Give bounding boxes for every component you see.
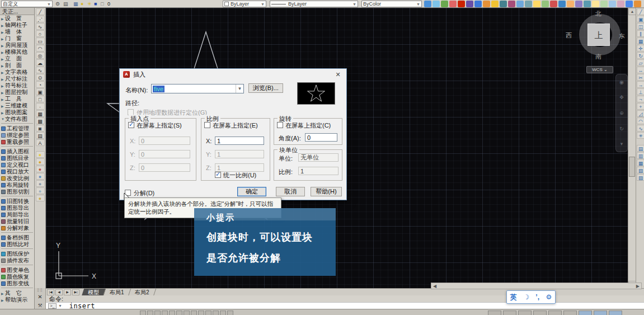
plot-icon[interactable]: ▤ [63,1,68,7]
table-icon[interactable]: ▤ [36,132,45,139]
layer-swatch-icon[interactable]: ■ [94,1,97,7]
viewcube-north-label[interactable]: 北 [595,10,601,18]
orbit-icon[interactable]: ↻ [619,126,624,131]
status-toggle[interactable] [533,311,547,315]
sidebar-item[interactable]: 图形切割 [0,189,34,195]
toolbar-icon[interactable] [617,1,624,7]
polygon-icon[interactable]: ○ [36,30,45,37]
sidebar-item[interactable]: 图变单色 [0,267,34,274]
sidebar-item[interactable]: 备档拆图 [0,234,34,241]
status-toggle[interactable] [518,311,532,315]
stretch-icon[interactable]: ↔ [637,67,644,73]
toolbar-icon[interactable] [483,1,490,7]
sidebar-item[interactable]: ▶轴网柱子 [0,22,34,29]
sidebar-item[interactable]: 重载参照 [0,139,34,145]
ellipse-icon[interactable]: ⊙ [36,74,45,81]
toolbar-icon[interactable] [516,1,524,7]
sidebar-item[interactable]: 图纸比对 [0,241,34,248]
circle-icon[interactable]: ◎ [36,52,45,59]
join-icon[interactable]: + [637,103,644,110]
chamfer-icon[interactable]: ◿ [637,110,644,117]
layer-properties-icon[interactable]: ▦ [73,1,78,7]
close-command-icon[interactable]: ✕ [37,294,42,300]
break-at-point-icon[interactable]: ⊥ [637,88,644,95]
extend-icon[interactable]: → [637,81,644,88]
toolbar-icon[interactable] [558,1,566,7]
status-icon[interactable] [227,311,233,315]
navigation-bar[interactable]: ◉ ✥ ⊕ ↻ ▾ [615,74,628,152]
linetype-dropdown[interactable]: ByLayer▼ [270,1,358,7]
toolbar-icon[interactable] [634,1,641,7]
command-panel-grip[interactable]: ⣿⣿ ✕ ⚒ [35,288,46,309]
construction-line-icon[interactable]: ⋰ [36,16,45,22]
sidebar-item[interactable]: 绑定参照 [0,132,34,139]
sidebar-title[interactable]: 天正... [0,8,34,15]
region-icon[interactable]: ◙ [36,125,45,131]
sidebar-item[interactable]: ▶设 置 [0,15,34,22]
gear-icon[interactable]: ⚙ [55,1,60,7]
hatch-icon[interactable]: ▦ [36,110,45,117]
next-tab-icon[interactable]: ▶ [64,289,71,295]
moon-icon[interactable]: ☽ [523,293,529,301]
offset-icon[interactable]: ∥ [637,30,644,37]
scroll-up-icon[interactable]: ▲ [628,8,636,15]
sidebar-item[interactable]: 颜色恢复 [0,274,34,280]
status-icon[interactable] [176,311,182,315]
status-toggle[interactable] [563,311,577,315]
status-icon[interactable] [140,311,146,315]
group-tool-4-icon[interactable]: ▧ [637,167,644,173]
sidebar-item[interactable]: ▶帮助演示 [0,297,34,303]
sidebar-item[interactable]: ▶图层控制 [0,89,34,96]
prev-tab-icon[interactable]: ◀ [55,289,63,295]
sidebar-item[interactable]: ▶三维建模 [0,102,34,109]
ok-button[interactable]: 确定 [237,187,266,196]
sidebar-item[interactable]: ▶尺寸标注 [0,76,34,82]
status-icon[interactable] [213,311,219,315]
toolbar-icon[interactable] [458,1,465,7]
sidebar-item[interactable]: ▶其 它 [0,290,34,297]
sidebar-item[interactable]: 布局旋转 [0,182,34,189]
status-icon[interactable] [198,311,204,315]
vertical-scroll-thumb[interactable] [629,157,635,177]
specify-onscreen-rotation-checkbox[interactable] [277,122,283,128]
status-toggle[interactable] [594,311,607,315]
object-color-dropdown[interactable]: ByLayer▼ [223,1,266,7]
toolbar-icon[interactable] [600,1,608,7]
group-tool-5-icon[interactable]: ▨ [637,174,644,181]
angle-input[interactable] [305,133,337,142]
specify-onscreen-insert-checkbox[interactable] [128,122,134,128]
array-icon[interactable]: ▦ [637,37,644,44]
toolbar-icon[interactable] [567,1,574,7]
toolbar-icon[interactable] [441,1,448,7]
copy-icon[interactable]: ▣ [637,16,644,22]
toolbar-icon[interactable] [449,1,457,7]
status-icon[interactable] [169,311,175,315]
block-name-combo[interactable]: five ▼ [151,84,244,93]
sidebar-item[interactable]: 插件发布 [0,257,34,264]
toolbar-icon[interactable] [575,1,582,7]
explode-icon[interactable]: ✳ [637,132,644,139]
status-icon[interactable] [154,311,161,315]
sidebar-item[interactable]: ▼文件布图 [0,116,34,123]
rectangle-icon[interactable]: ▭ [36,37,45,44]
toolbar-icon[interactable] [424,1,431,7]
first-tab-icon[interactable]: |◀ [47,289,54,295]
toolbar-icon[interactable] [491,1,499,7]
group-tool-1-icon[interactable]: ▤ [637,145,644,152]
sidebar-item[interactable]: ▶楼梯其他 [0,49,34,55]
bulb-on-icon[interactable]: ● [36,151,45,158]
scale-x-input[interactable] [215,137,264,145]
sidebar-item[interactable]: 旧图转换 [0,198,34,205]
layer-tool-2-icon[interactable]: ● [36,173,45,180]
sidebar-item[interactable]: 图形导出 [0,205,34,211]
toolbar-icon[interactable] [626,1,633,7]
status-toggle[interactable] [609,311,622,315]
blend-curves-icon[interactable]: ∿ [637,125,644,131]
gradient-icon[interactable]: ▩ [36,117,45,124]
layer-bulb-icon[interactable]: ● [81,1,83,7]
break-icon[interactable]: ¬ [637,96,644,102]
sidebar-item[interactable]: 图纸目录 [0,155,34,162]
toolbar-icon[interactable] [542,1,549,7]
insert-block-icon[interactable]: ▣ [36,88,45,95]
wrench-icon[interactable]: ⚒ [37,303,42,308]
